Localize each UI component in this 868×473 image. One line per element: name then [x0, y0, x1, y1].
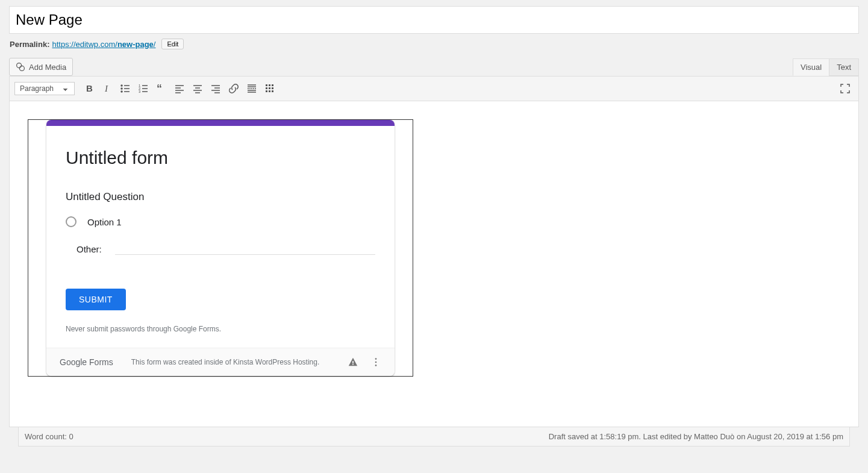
svg-rect-44 [352, 364, 354, 365]
form-footer-text: This form was created inside of Kinsta W… [131, 358, 320, 366]
svg-rect-38 [269, 87, 270, 89]
editor-content[interactable]: Untitled form Untitled Question Option 1… [10, 101, 858, 427]
fullscreen-button[interactable] [837, 80, 854, 97]
permalink-label: Permalink: [10, 40, 49, 49]
svg-rect-41 [269, 90, 270, 92]
align-right-button[interactable] [207, 80, 224, 97]
svg-point-0 [17, 63, 22, 68]
toolbar-toggle-button[interactable] [261, 80, 278, 97]
numbered-list-button[interactable]: 123 [135, 80, 152, 97]
svg-rect-35 [269, 84, 270, 86]
more-vertical-icon[interactable] [370, 357, 381, 368]
bullet-list-button[interactable] [117, 80, 134, 97]
permalink-row: Permalink: https://editwp.com/new-page/ … [0, 39, 868, 58]
svg-point-46 [375, 362, 377, 363]
word-count: Word count: 0 [25, 432, 73, 441]
svg-point-4 [121, 85, 122, 86]
radio-icon [66, 216, 76, 227]
svg-rect-36 [272, 84, 273, 86]
italic-button[interactable]: I [99, 80, 116, 97]
editor-toolbar: Paragraph B I 123 “ [10, 77, 858, 101]
add-media-button[interactable]: Add Media [9, 58, 73, 76]
svg-point-45 [375, 358, 377, 360]
permalink-link[interactable]: https://editwp.com/new-page/ [52, 40, 155, 49]
google-forms-logo: Google Forms [60, 357, 113, 367]
media-icon [16, 62, 25, 72]
format-select[interactable]: Paragraph [14, 82, 75, 95]
svg-text:B: B [86, 83, 93, 93]
bold-button[interactable]: B [81, 80, 98, 97]
readmore-button[interactable] [243, 80, 260, 97]
page-title-input[interactable] [9, 6, 859, 34]
svg-point-1 [19, 66, 24, 70]
svg-point-47 [375, 365, 377, 366]
svg-rect-40 [266, 90, 267, 92]
svg-text:I: I [104, 84, 108, 93]
radio-option-other[interactable]: Other: [66, 243, 375, 255]
svg-rect-42 [272, 90, 273, 92]
align-center-button[interactable] [189, 80, 206, 97]
svg-point-6 [121, 88, 122, 89]
svg-rect-37 [266, 87, 267, 89]
radio-option-1[interactable]: Option 1 [66, 216, 375, 227]
status-bar: Word count: 0 Draft saved at 1:58:19 pm.… [18, 427, 850, 446]
svg-text:3: 3 [139, 90, 141, 93]
form-accent-bar [46, 120, 395, 126]
svg-rect-43 [352, 361, 354, 363]
form-question: Untitled Question [66, 191, 375, 203]
svg-point-8 [121, 91, 122, 92]
form-title: Untitled form [66, 148, 375, 168]
tab-text[interactable]: Text [829, 58, 859, 76]
blockquote-button[interactable]: “ [153, 80, 170, 97]
form-embed-block[interactable]: Untitled form Untitled Question Option 1… [28, 119, 413, 377]
svg-rect-39 [272, 87, 273, 89]
submit-button[interactable]: SUBMIT [66, 289, 126, 310]
form-warning: Never submit passwords through Google Fo… [66, 325, 375, 333]
permalink-edit-button[interactable]: Edit [161, 39, 184, 49]
link-button[interactable] [225, 80, 242, 97]
other-input-line[interactable] [115, 243, 375, 255]
align-left-button[interactable] [171, 80, 188, 97]
svg-rect-34 [266, 84, 267, 86]
svg-text:“: “ [157, 83, 162, 95]
tab-visual[interactable]: Visual [793, 58, 829, 76]
warning-icon [348, 357, 358, 368]
save-status: Draft saved at 1:58:19 pm. Last edited b… [549, 432, 843, 441]
